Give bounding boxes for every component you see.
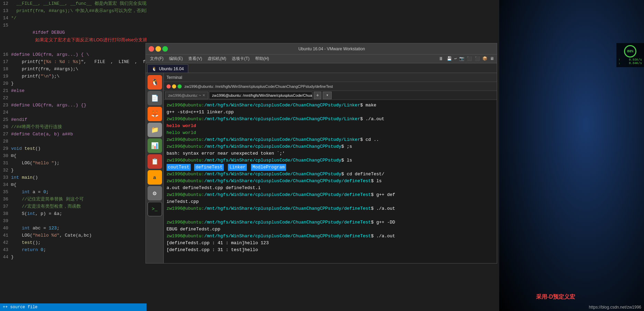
- ubuntu-sidebar: 🐧 📄 🦊 📁 📊 📋 a ⚙ >_: [146, 73, 164, 263]
- menu-help[interactable]: 帮助(H): [253, 55, 271, 62]
- sidebar-files-icon[interactable]: 📄: [148, 91, 162, 105]
- terminal-line-12: zw1996@ubuntu:/mnt/hgfs/WinShare/cpluspl…: [167, 191, 494, 198]
- code-line-38: 38 S(int, p) = &a;: [0, 210, 147, 217]
- perf-download: ↓0.04K/s: [618, 62, 642, 65]
- terminal-output: zw1996@ubuntu:/mnt/hgfs/WinShare/cpluspl…: [164, 100, 497, 263]
- terminal-tab-defintest[interactable]: zw1996@ubuntu: /mnt/hgfs/WinShare/cplusp…: [209, 92, 312, 99]
- code-line-37: 37 //宏是没有类型检查，而函数: [0, 203, 147, 210]
- vmware-window[interactable]: Ubuntu 16.04 - VMware Workstation 文件(F) …: [145, 43, 497, 263]
- terminal-line-14b: EBUG defineTedst.cpp: [167, 226, 494, 233]
- code-line-14: 14 */: [0, 14, 147, 22]
- code-line-18: 18 printf(frm, ##args);\: [0, 65, 147, 73]
- code-line-31: 31 LOG("hello ");: [0, 159, 147, 167]
- ls-item-linker: Linker: [228, 164, 247, 171]
- annotation-line15: 如果定义了宏才走下面反正将LOG进行打印而else分支就定义一个空LOG不进行打…: [35, 37, 147, 42]
- code-line-17: 17 printf("[%s : %d : %s]", FILE , LINE …: [0, 58, 147, 65]
- menu-vm[interactable]: 虚拟机(M): [205, 55, 228, 62]
- terminal-tabs: zw1996@ubuntu: ~ ✕ zw1996@ubuntu: /mnt/h…: [164, 91, 497, 100]
- terminal-close-dot[interactable]: [167, 84, 171, 89]
- terminal-line-1: zw1996@ubuntu:/mnt/hgfs/WinShare/cpluspl…: [167, 102, 494, 109]
- terminal-line-8: zw1996@ubuntu:/mnt/hgfs/WinShare/cpluspl…: [167, 157, 494, 164]
- sidebar-pdf-icon[interactable]: 📋: [148, 154, 162, 169]
- menu-tab[interactable]: 选项卡(T): [230, 55, 251, 62]
- sidebar-amazon-icon[interactable]: a: [148, 170, 162, 185]
- terminal-tab-add[interactable]: +: [314, 92, 321, 99]
- sidebar-calc-icon[interactable]: 📊: [148, 138, 162, 153]
- terminal-tab-define-label: zw1996@ubuntu: /mnt/hgfs/WinShare/cplusp…: [212, 93, 312, 97]
- code-line-28: 28: [0, 138, 147, 145]
- terminal-line-hello-green: hello world: [167, 129, 494, 136]
- vmware-titlebar: Ubuntu 16.04 - VMware Workstation: [146, 43, 497, 54]
- code-line-42: 42 test();: [0, 239, 147, 246]
- code-line-35: 35 int a = 0;: [0, 188, 147, 196]
- terminal-line-blank: [167, 212, 494, 219]
- code-line-26: 26 //##将两个符号进行连接: [0, 123, 147, 131]
- code-line-43: 43 return 0;: [0, 246, 147, 253]
- sidebar-files2-icon[interactable]: 📁: [148, 123, 162, 137]
- terminal-line-ls: coutTest defineTest Linker ModleProgram: [167, 164, 494, 171]
- terminal-tab-home[interactable]: zw1996@ubuntu: ~ ✕: [165, 92, 208, 99]
- terminal-line-10: zw1996@ubuntu:/mnt/hgfs/WinShare/cpluspl…: [167, 178, 494, 185]
- ubuntu-tabbar: 🐧 Ubuntu 16.04: [146, 63, 497, 73]
- menu-view[interactable]: 查看(V): [186, 55, 204, 62]
- vm-controls[interactable]: 💾 ↩ 📷 ⬛ ⬛ 📦 🖥: [447, 56, 494, 61]
- code-line-41: 41 LOG("hello %d", Cate(a,bc): [0, 232, 147, 239]
- code-line-20: 20 }: [0, 80, 147, 87]
- sidebar-settings-icon[interactable]: ⚙: [148, 186, 162, 200]
- menu-file[interactable]: 文件(F): [148, 55, 165, 62]
- ls-item-couttest: coutTest: [167, 164, 191, 171]
- code-line-12: 12 __FILE__, __LINE__, __func__ 都是内置宏 我们…: [0, 0, 147, 7]
- ls-item-modleprogram: ModleProgram: [251, 164, 286, 171]
- code-line-24: 24: [0, 109, 147, 116]
- terminal-header: Terminal: [164, 73, 497, 82]
- terminal-line-hello-red: hello world: [167, 123, 494, 129]
- code-line-44: 44 }: [0, 253, 147, 261]
- sidebar-firefox-icon[interactable]: 🦊: [148, 107, 162, 121]
- sidebar-terminal-icon[interactable]: >_: [148, 202, 162, 216]
- minimize-button[interactable]: [155, 46, 161, 52]
- sidebar-ubuntu-icon[interactable]: 🐧: [148, 75, 162, 90]
- close-button[interactable]: [149, 46, 154, 52]
- terminal-container: 🐧 📄 🦊 📁 📊 📋 a ⚙ >_ Terminal zw1996@ubunt…: [146, 73, 497, 263]
- code-line-36: 36 //记住宏是简单替换 则这个可: [0, 196, 147, 203]
- pause-icon[interactable]: ⏸: [439, 56, 443, 62]
- terminal-line-7: bash: syntax error near unexpected token…: [167, 150, 494, 157]
- code-line-15: 15 #ifdef DEBUG 如果定义了宏才走下面反正将LOG进行打印而els…: [0, 22, 147, 51]
- terminal-tab-home-close[interactable]: ✕: [202, 93, 205, 97]
- main-terminal: Terminal zw1996@ubuntu: /mnt/hgfs/WinSha…: [164, 73, 497, 263]
- menu-edit[interactable]: 编辑(E): [167, 55, 185, 62]
- code-panel: 12 __FILE__, __LINE__, __func__ 都是内置宏 我们…: [0, 0, 147, 311]
- source-footer: ++ source file: [0, 303, 147, 311]
- terminal-line-14: zw1996@ubuntu:/mnt/hgfs/WinShare/cpluspl…: [167, 219, 494, 226]
- terminal-window-titlebar: zw1996@ubuntu: /mnt/hgfs/WinShare/cplusp…: [164, 82, 497, 91]
- code-editor: 12 __FILE__, __LINE__, __func__ 都是内置宏 我们…: [0, 0, 147, 261]
- vmware-title: Ubuntu 16.04 - VMware Workstation: [169, 46, 494, 51]
- csdn-annotation: 采用-D预定义宏: [536, 293, 575, 301]
- code-line-22: 22: [0, 94, 147, 102]
- code-line-29: 29 void test(): [0, 145, 147, 152]
- perf-overlay: 80% ↑0.03K/s ↓0.04K/s: [616, 43, 644, 67]
- terminal-header-title: Terminal: [167, 75, 182, 80]
- perf-upload: ↑0.03K/s: [618, 58, 642, 62]
- terminal-tab-home-label: zw1996@ubuntu: ~: [168, 93, 201, 97]
- terminal-line-9: zw1996@ubuntu:/mnt/hgfs/WinShare/cpluspl…: [167, 171, 494, 178]
- terminal-tab-dropdown[interactable]: ▾: [323, 92, 332, 99]
- code-line-13: 13 printf(frm, ##args);\ 中加入##表示args可以为空…: [0, 7, 147, 14]
- code-line-21: 21 #else: [0, 87, 147, 94]
- terminal-line-11: a.out defineTedst.cpp defineTedst.i: [167, 185, 494, 191]
- vmware-menubar: 文件(F) 编辑(E) 查看(V) 虚拟机(M) 选项卡(T) 帮助(H) ⏸ …: [146, 54, 497, 63]
- code-line-30: 30 ⊟{: [0, 152, 147, 159]
- terminal-window-title: zw1996@ubuntu: /mnt/hgfs/WinShare/cplusp…: [184, 84, 333, 89]
- terminal-min-dot[interactable]: [172, 84, 176, 89]
- terminal-line-2: g++ -std=c++11 linker.cpp: [167, 109, 494, 116]
- code-line-19: 19 printf("\n");\: [0, 73, 147, 80]
- code-line-34: 34 ⊟{: [0, 181, 147, 188]
- ubuntu-tab[interactable]: 🐧 Ubuntu 16.04: [147, 64, 188, 73]
- code-line-16: 16 #define LOG(frm, args...) { \: [0, 51, 147, 58]
- terminal-line-3: zw1996@ubuntu:/mnt/hgfs/WinShare/cpluspl…: [167, 116, 494, 123]
- terminal-line-6: zw1996@ubuntu:/mnt/hgfs/WinShare/cpluspl…: [167, 143, 494, 150]
- code-line-39: 39: [0, 217, 147, 225]
- maximize-button[interactable]: [162, 46, 168, 52]
- url-bar: https://blog.csdn.net/zw1996: [499, 303, 644, 311]
- terminal-max-dot[interactable]: [178, 84, 182, 89]
